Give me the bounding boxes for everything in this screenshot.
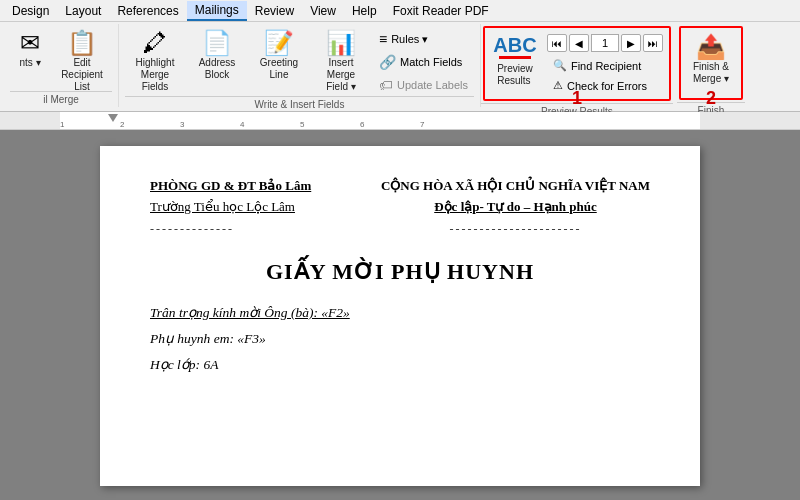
menu-references[interactable]: References <box>109 2 186 20</box>
ruler-inner: 1 2 3 4 5 6 7 <box>0 112 800 129</box>
ruler: 1 2 3 4 5 6 7 <box>0 112 800 130</box>
doc-school-name: Trường Tiểu học Lộc Lâm <box>150 197 311 218</box>
nav-page-input[interactable] <box>591 34 619 52</box>
menu-layout[interactable]: Layout <box>57 2 109 20</box>
annotation-2: 2 <box>706 88 716 109</box>
recipient-list-label: Edit Recipient List <box>57 57 107 93</box>
doc-left-divider: -------------- <box>150 220 311 239</box>
find-recipient-label: Find Recipient <box>571 60 641 72</box>
abc-icon: ABC <box>493 35 536 55</box>
update-labels-button[interactable]: 🏷 Update Labels <box>373 74 474 96</box>
highlight-label: Highlight Merge Fields <box>130 57 180 93</box>
find-recipient-icon: 🔍 <box>553 59 567 72</box>
menu-bar: Design Layout References Mailings Review… <box>0 0 800 22</box>
ruler-marker <box>108 114 118 122</box>
finish-merge-button[interactable]: 📤 Finish & Merge ▾ <box>683 30 739 96</box>
edit-recipient-list-button[interactable]: 📋 Edit Recipient List <box>52 26 112 86</box>
doc-class-text: Học lớp: 6A <box>150 357 218 372</box>
nav-prev-button[interactable]: ◀ <box>569 34 589 52</box>
highlight-icon: 🖍 <box>143 31 167 55</box>
menu-review[interactable]: Review <box>247 2 302 20</box>
finish-merge-label: Finish & Merge ▾ <box>693 61 729 85</box>
address-label: Address Block <box>192 57 242 81</box>
menu-foxit[interactable]: Foxit Reader PDF <box>385 2 497 20</box>
annotation-1: 1 <box>572 88 582 109</box>
insert-field-label: Insert Merge Field ▾ <box>316 57 366 93</box>
write-insert-small-buttons: ≡ Rules ▾ 🔗 Match Fields 🏷 Update Labels <box>373 26 474 96</box>
insert-field-icon: 📊 <box>326 31 356 55</box>
finish-merge-icon: 📤 <box>696 35 726 59</box>
preview-results-label: Preview Results <box>497 63 533 87</box>
rules-button[interactable]: ≡ Rules ▾ <box>373 28 474 50</box>
match-fields-label: Match Fields <box>400 56 462 68</box>
match-fields-button[interactable]: 🔗 Match Fields <box>373 51 474 73</box>
greeting-icon: 📝 <box>264 31 294 55</box>
greeting-line-button[interactable]: 📝 Greeting Line <box>249 26 309 86</box>
mail-merge-group-label: il Merge <box>10 91 112 105</box>
ribbon-group-write-insert: 🖍 Highlight Merge Fields 📄 Address Block… <box>119 24 481 107</box>
doc-motto: Độc lập- Tự do – Hạnh phúc <box>381 197 650 218</box>
doc-left-header: PHÒNG GD & ĐT Bảo Lâm Trường Tiểu học Lộ… <box>150 176 311 239</box>
preview-sub-buttons: 🔍 Find Recipient ⚠ Check for Errors <box>547 56 663 95</box>
recipient-list-icon: 📋 <box>67 31 97 55</box>
doc-body-line2: Phụ huynh em: «F3» <box>150 327 650 351</box>
doc-greeting-text: Trân trọng kính mời Ông (bà): «F2» <box>150 305 350 320</box>
doc-org-name: PHÒNG GD & ĐT Bảo Lâm <box>150 176 311 197</box>
highlight-merge-button[interactable]: 🖍 Highlight Merge Fields <box>125 26 185 86</box>
address-icon: 📄 <box>202 31 232 55</box>
update-labels-label: Update Labels <box>397 79 468 91</box>
doc-body-line3: Học lớp: 6A <box>150 353 650 377</box>
envelopes-icon: ✉ <box>20 31 40 55</box>
doc-body: Trân trọng kính mời Ông (bà): «F2» Phụ h… <box>150 301 650 378</box>
document-area: PHÒNG GD & ĐT Bảo Lâm Trường Tiểu học Lộ… <box>0 130 800 500</box>
write-insert-group-label: Write & Insert Fields <box>125 96 474 110</box>
ribbon-group-mail-merge: ✉ nts ▾ 📋 Edit Recipient List il Merge <box>4 24 119 107</box>
nav-last-button[interactable]: ⏭ <box>643 34 663 52</box>
menu-design[interactable]: Design <box>4 2 57 20</box>
preview-results-button[interactable]: ABC Preview Results <box>487 30 543 96</box>
match-fields-icon: 🔗 <box>379 54 396 70</box>
preview-right-panel: ⏮ ◀ ▶ ⏭ 🔍 Find Recipient ⚠ Check for Err… <box>543 30 667 97</box>
doc-country-name: CỘNG HÒA XÃ HỘI CHỦ NGHĨA VIỆT NAM <box>381 176 650 197</box>
write-insert-buttons: 🖍 Highlight Merge Fields 📄 Address Block… <box>125 26 474 96</box>
update-labels-icon: 🏷 <box>379 77 393 93</box>
rules-label: Rules ▾ <box>391 33 428 46</box>
menu-mailings[interactable]: Mailings <box>187 1 247 21</box>
nav-row: ⏮ ◀ ▶ ⏭ <box>547 32 663 54</box>
envelopes-label: nts ▾ <box>19 57 40 69</box>
check-for-errors-button[interactable]: ⚠ Check for Errors <box>547 76 663 95</box>
find-recipient-button[interactable]: 🔍 Find Recipient <box>547 56 663 75</box>
preview-results-group: ABC Preview Results ⏮ ◀ ▶ ⏭ <box>481 24 673 107</box>
address-block-button[interactable]: 📄 Address Block <box>187 26 247 86</box>
doc-right-header: CỘNG HÒA XÃ HỘI CHỦ NGHĨA VIỆT NAM Độc l… <box>381 176 650 239</box>
menu-view[interactable]: View <box>302 2 344 20</box>
check-errors-icon: ⚠ <box>553 79 563 92</box>
nav-first-button[interactable]: ⏮ <box>547 34 567 52</box>
menu-help[interactable]: Help <box>344 2 385 20</box>
greeting-label: Greeting Line <box>254 57 304 81</box>
abc-underline <box>499 56 531 59</box>
rules-icon: ≡ <box>379 31 387 47</box>
doc-title: GIẤY MỜI PHỤ HUYNH <box>150 259 650 285</box>
doc-right-divider: ---------------------- <box>381 220 650 239</box>
doc-header: PHÒNG GD & ĐT Bảo Lâm Trường Tiểu học Lộ… <box>150 176 650 239</box>
doc-student-text: Phụ huynh em: «F3» <box>150 331 266 346</box>
document-page: PHÒNG GD & ĐT Bảo Lâm Trường Tiểu học Lộ… <box>100 146 700 486</box>
doc-body-line1: Trân trọng kính mời Ông (bà): «F2» <box>150 301 650 325</box>
finish-group: 📤 Finish & Merge ▾ Finish 2 <box>677 24 745 107</box>
envelopes-button[interactable]: ✉ nts ▾ <box>10 26 50 86</box>
nav-next-button[interactable]: ▶ <box>621 34 641 52</box>
insert-merge-field-button[interactable]: 📊 Insert Merge Field ▾ <box>311 26 371 86</box>
ribbon: ✉ nts ▾ 📋 Edit Recipient List il Merge 🖍… <box>0 22 800 112</box>
mail-merge-buttons: ✉ nts ▾ 📋 Edit Recipient List <box>10 26 112 91</box>
